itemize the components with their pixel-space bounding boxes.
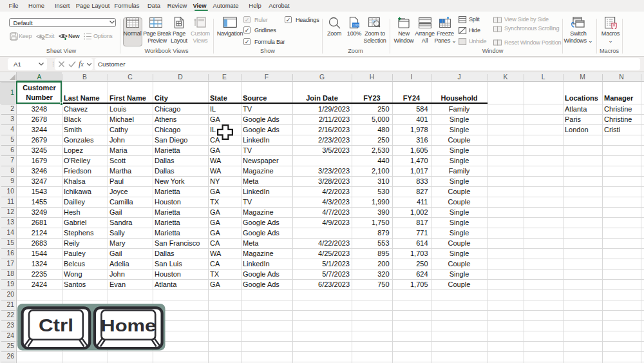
svg-text:100: 100 (353, 23, 359, 27)
svg-text:Ctrl: Ctrl (39, 315, 73, 335)
svg-text:Home: Home (100, 316, 156, 335)
